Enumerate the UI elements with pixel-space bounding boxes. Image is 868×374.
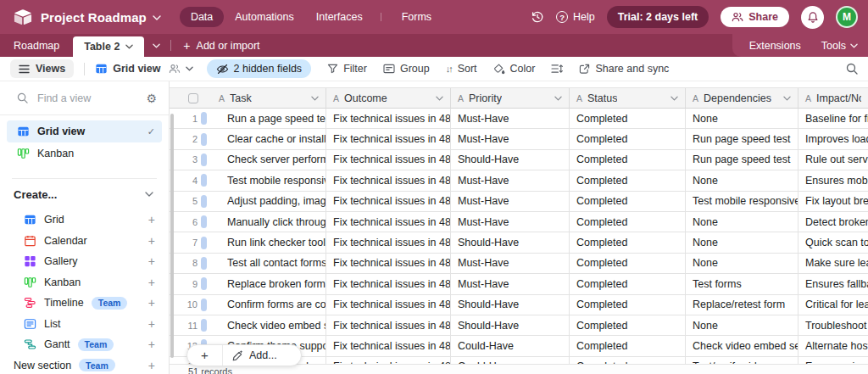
cell-outcome[interactable]: Fix technical issues in 48 ... bbox=[326, 254, 451, 274]
create-item-timeline[interactable]: TimelineTeam+ bbox=[7, 293, 162, 314]
cell-status[interactable]: Completed bbox=[570, 254, 686, 274]
cell-status[interactable]: Completed bbox=[570, 192, 686, 212]
plus-icon[interactable]: + bbox=[148, 338, 155, 351]
cell-outcome[interactable]: Fix technical issues in 48 ... bbox=[326, 232, 451, 253]
cell-dependencies[interactable]: Test mobile responsivene... bbox=[686, 192, 798, 212]
cell-impact-notes[interactable]: Ensures fallback bbox=[798, 274, 868, 294]
cell-task[interactable]: 5Adjust padding, images, ... bbox=[170, 192, 326, 212]
cell-priority[interactable]: Should-Have bbox=[451, 295, 570, 315]
plus-icon[interactable]: + bbox=[148, 234, 155, 248]
plus-icon[interactable]: + bbox=[148, 359, 155, 372]
cell-task[interactable]: 7Run link checker tool to v... bbox=[170, 232, 326, 253]
column-header-priority[interactable]: A Priority bbox=[451, 88, 570, 109]
cell-priority[interactable]: Must-Have bbox=[451, 170, 570, 191]
cell-status[interactable]: Completed bbox=[570, 336, 686, 356]
cell-task[interactable]: 6Manually click through all... bbox=[170, 212, 326, 232]
sidebar-view-kanban[interactable]: Kanban bbox=[7, 142, 162, 165]
plus-icon[interactable]: + bbox=[148, 213, 155, 226]
tools-button[interactable]: Tools bbox=[821, 40, 858, 52]
select-all-checkbox[interactable] bbox=[188, 93, 198, 103]
cell-outcome[interactable]: Fix technical issues in 48 ... bbox=[326, 336, 451, 356]
cell-task[interactable]: 11Check video embed setti... bbox=[170, 315, 326, 336]
cell-dependencies[interactable]: Run page speed test bbox=[686, 150, 798, 170]
cell-task[interactable]: 1Run a page speed test usi... bbox=[170, 109, 326, 129]
column-chevron-icon[interactable] bbox=[311, 96, 319, 101]
create-item-calendar[interactable]: Calendar+ bbox=[7, 231, 162, 252]
cell-impact-notes[interactable]: Ensures mobile bbox=[798, 170, 868, 191]
cell-impact-notes[interactable]: Quick scan to co bbox=[798, 232, 868, 253]
cell-priority[interactable]: Could-Have bbox=[451, 336, 570, 356]
sidebar-view-grid-view[interactable]: Grid view✓ bbox=[7, 120, 162, 142]
cell-task[interactable]: 10Confirm forms are conne... bbox=[170, 295, 326, 315]
share-button[interactable]: Share bbox=[721, 7, 789, 27]
cell-status[interactable]: Completed bbox=[570, 212, 686, 232]
cell-impact-notes[interactable]: Improves load ti bbox=[798, 129, 868, 149]
cell-dependencies[interactable]: Test forms bbox=[686, 274, 798, 294]
create-item-kanban[interactable]: Kanban+ bbox=[7, 272, 162, 293]
vertical-scrollbar[interactable] bbox=[170, 114, 174, 358]
table-tab-roadmap[interactable]: Roadmap bbox=[0, 34, 73, 57]
create-item-grid[interactable]: Grid+ bbox=[7, 209, 162, 231]
cell-impact-notes[interactable]: Critical for lead bbox=[798, 295, 868, 315]
cell-impact-notes[interactable]: Fix layout breaki bbox=[798, 192, 868, 212]
cell-outcome[interactable]: Fix technical issues in 48 ... bbox=[326, 212, 451, 232]
cell-task[interactable]: 8Test all contact forms for ... bbox=[170, 254, 326, 274]
find-view-input[interactable] bbox=[36, 92, 138, 105]
cell-status[interactable]: Completed bbox=[570, 150, 686, 170]
table-list-dropdown[interactable] bbox=[144, 34, 169, 57]
cell-task[interactable]: 4Test mobile responsivene... bbox=[170, 170, 326, 191]
cell-priority[interactable]: Must-Have bbox=[451, 274, 570, 294]
cell-dependencies[interactable]: None bbox=[686, 254, 798, 274]
cell-status[interactable]: Completed bbox=[570, 170, 686, 191]
topnav-forms[interactable]: Forms bbox=[391, 7, 442, 27]
help-button[interactable]: ? Help bbox=[556, 11, 595, 23]
search-button[interactable] bbox=[846, 63, 858, 75]
add-or-import-button[interactable]: + Add or import bbox=[173, 34, 270, 57]
extensions-button[interactable]: Extensions bbox=[749, 40, 801, 52]
cell-priority[interactable]: Must-Have bbox=[451, 129, 570, 149]
column-header-outcome[interactable]: A Outcome bbox=[326, 88, 451, 109]
create-section-header[interactable]: Create... bbox=[0, 179, 169, 209]
color-button[interactable]: Color bbox=[493, 63, 536, 75]
cell-status[interactable]: Completed bbox=[570, 274, 686, 294]
cell-priority[interactable]: Must-Have bbox=[451, 109, 570, 129]
cell-outcome[interactable]: Fix technical issues in 48 ... bbox=[326, 170, 451, 191]
cell-outcome[interactable]: Fix technical issues in 48 ... bbox=[326, 315, 451, 336]
hidden-fields-button[interactable]: 2 hidden fields bbox=[207, 59, 312, 78]
cell-dependencies[interactable]: Check video embed setti... bbox=[686, 336, 798, 356]
cell-priority[interactable]: Should-Have bbox=[451, 232, 570, 253]
cell-outcome[interactable]: Fix technical issues in 48 ... bbox=[326, 129, 451, 149]
cell-dependencies[interactable]: None bbox=[686, 109, 798, 129]
cell-priority[interactable]: Should-Have bbox=[451, 150, 570, 170]
gear-icon[interactable]: ⚙ bbox=[146, 92, 157, 105]
column-header-status[interactable]: A Status bbox=[570, 88, 686, 109]
cell-outcome[interactable]: Fix technical issues in 48 ... bbox=[326, 109, 451, 129]
add-record-button[interactable]: + bbox=[187, 345, 223, 366]
cell-impact-notes[interactable]: Ensures visual c bbox=[798, 357, 868, 364]
cell-dependencies[interactable]: Replace/retest form bbox=[686, 295, 798, 315]
cell-priority[interactable]: Must-Have bbox=[451, 254, 570, 274]
topnav-automations[interactable]: Automations bbox=[224, 7, 304, 27]
cell-impact-notes[interactable]: Troubleshoot mi bbox=[798, 315, 868, 336]
add-with-ai-button[interactable]: Add... bbox=[223, 349, 277, 361]
create-item-gantt[interactable]: GanttTeam+ bbox=[7, 334, 162, 355]
cell-status[interactable]: Completed bbox=[570, 232, 686, 253]
cell-outcome[interactable]: Fix technical issues in 48 ... bbox=[326, 274, 451, 294]
column-chevron-icon[interactable] bbox=[436, 96, 443, 101]
topnav-data[interactable]: Data bbox=[180, 7, 224, 27]
create-item-gallery[interactable]: Gallery+ bbox=[7, 251, 162, 272]
group-button[interactable]: Group bbox=[383, 63, 430, 75]
cell-priority[interactable]: Could-Have bbox=[451, 357, 570, 364]
cell-status[interactable]: Completed bbox=[570, 315, 686, 336]
cell-task[interactable]: 9Replace broken form plug... bbox=[170, 274, 326, 294]
cell-dependencies[interactable]: None bbox=[686, 315, 798, 336]
current-view-button[interactable]: Grid view bbox=[95, 63, 192, 75]
column-chevron-icon[interactable] bbox=[554, 96, 562, 101]
sort-button[interactable]: ↓↑ Sort bbox=[446, 63, 477, 75]
cell-priority[interactable]: Should-Have bbox=[451, 315, 570, 336]
cell-impact-notes[interactable]: Detect broken o bbox=[798, 212, 868, 232]
cell-outcome[interactable]: Fix technical issues in 48 ... bbox=[326, 192, 451, 212]
cell-outcome[interactable]: Fix technical issues in 48 ... bbox=[326, 150, 451, 170]
cell-impact-notes[interactable]: Rule out server- bbox=[798, 150, 868, 170]
notifications-button[interactable] bbox=[801, 6, 824, 29]
